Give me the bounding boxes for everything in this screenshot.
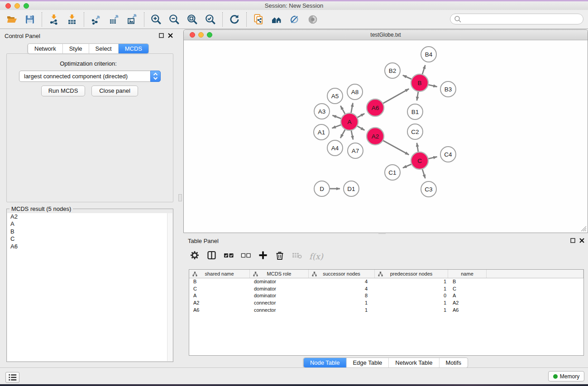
mcds-result-item[interactable]: A2 [7,213,172,220]
zoom-selected-button[interactable] [201,11,220,28]
export-table-button[interactable] [105,11,123,28]
cell-2[interactable]: 1 [309,300,375,307]
cell-4[interactable]: A2 [448,300,487,307]
zoom-fit-button[interactable] [183,11,201,28]
tab-motifs[interactable]: Motifs [439,358,468,367]
cell-3[interactable]: 1 [375,300,448,307]
task-history-button[interactable] [5,372,19,383]
close-panel-icon[interactable] [168,33,173,38]
cell-1[interactable]: dominator [250,292,309,300]
tab-mcds[interactable]: MCDS [119,44,148,53]
close-panel-button[interactable]: Close panel [91,86,138,96]
edge-B-B1[interactable] [417,91,418,101]
export-network-button[interactable] [87,11,105,28]
tab-edge-table[interactable]: Edge Table [346,358,389,367]
optimization-criterion-dropdown[interactable]: largest connected component (directed) [19,71,161,82]
show-graphics-details-button[interactable] [286,11,304,28]
tab-network-table[interactable]: Network Table [389,358,439,367]
save-session-button[interactable] [21,11,39,28]
tab-node-table[interactable]: Node Table [304,358,347,367]
cell-2[interactable]: 4 [309,286,375,293]
cell-0[interactable]: A2 [189,300,250,307]
cell-0[interactable]: A [189,292,250,300]
edge-A-A7[interactable] [351,130,353,140]
edge-B-B4[interactable] [422,65,425,75]
export-image-button[interactable] [123,11,141,28]
edge-C-C4[interactable] [428,157,437,159]
cell-3[interactable]: 0 [375,292,448,300]
function-builder-button[interactable]: f(x) [309,252,323,261]
add-row-button[interactable] [258,250,268,262]
table-row[interactable]: A6connector11A6 [189,307,583,314]
edge-C-C1[interactable] [403,164,412,168]
cell-3[interactable]: 1 [375,307,448,314]
cell-2[interactable]: 8 [309,292,375,300]
open-file-button[interactable] [3,11,21,28]
table-row[interactable]: Cdominator41C [189,286,583,293]
network-graph[interactable]: AA1A2A3A4A5A6A7A8BB1B2B3B4CC1C2C3C4DD1 [184,40,588,233]
splitter-handle-vertical[interactable] [178,194,182,201]
resize-grip-icon[interactable] [581,226,587,232]
edge-A-A2[interactable] [357,126,365,130]
cell-0[interactable]: B [189,278,250,286]
cell-4[interactable]: C [448,286,487,293]
search-input[interactable] [462,14,583,24]
edge-A-A4[interactable] [340,129,345,138]
edge-C-C2[interactable] [417,143,418,153]
select-all-button[interactable] [224,250,234,262]
column-header-name[interactable]: name [448,270,487,278]
edge-C-C3[interactable] [422,168,425,178]
column-header-predecessor-nodes[interactable]: predecessor nodes [375,270,448,278]
table-row[interactable]: A2connector11A2 [189,300,583,307]
network-canvas[interactable]: AA1A2A3A4A5A6A7A8BB1B2B3B4CC1C2C3C4DD1 [184,40,588,233]
zoom-in-button[interactable] [147,11,165,28]
tab-select[interactable]: Select [89,44,119,53]
import-network-button[interactable] [45,11,63,28]
table-row[interactable]: Adominator80A [189,292,583,300]
settings-gear-button[interactable] [190,250,200,262]
edge-B-B3[interactable] [428,85,437,87]
column-header-mcds-role[interactable]: MCDS role [250,270,309,278]
run-mcds-button[interactable]: Run MCDS [41,86,85,96]
cell-4[interactable]: A6 [448,307,487,314]
dropdown-stepper[interactable] [150,71,161,82]
tab-network[interactable]: Network [28,44,63,53]
cell-4[interactable]: A [448,292,487,300]
delete-row-button[interactable] [275,250,285,262]
edge-A-A8[interactable] [351,103,353,114]
float-panel-icon[interactable] [570,238,575,243]
cell-1[interactable]: dominator [250,286,309,293]
edge-A-A1[interactable] [332,124,342,128]
column-header-successor-nodes[interactable]: successor nodes [309,270,375,278]
cell-3[interactable]: 1 [375,286,448,293]
network-window-titlebar[interactable]: testGlobe.txt [184,30,588,40]
node-table[interactable]: shared nameMCDS rolesuccessor nodesprede… [189,269,584,356]
cell-0[interactable]: A6 [189,307,250,314]
zoom-out-button[interactable] [165,11,183,28]
column-header-shared-name[interactable]: shared name [189,270,250,278]
mcds-result-item[interactable]: C [7,235,172,243]
mcds-result-item[interactable]: A6 [7,243,172,250]
cell-3[interactable]: 1 [375,278,448,286]
edge-A2-C[interactable] [382,140,409,155]
refresh-button[interactable] [225,11,244,28]
tab-style[interactable]: Style [63,44,89,53]
cell-0[interactable]: C [189,286,250,293]
result-scrollbar[interactable] [167,213,172,361]
close-panel-icon[interactable] [579,238,584,243]
eye-button[interactable] [304,11,322,28]
delete-table-button[interactable] [292,251,302,262]
float-panel-icon[interactable] [159,33,164,38]
edge-A-A6[interactable] [357,114,364,118]
import-table-button[interactable] [63,11,81,28]
cell-1[interactable]: connector [250,307,309,314]
edge-A-A3[interactable] [332,115,342,119]
table-row[interactable]: Bdominator41B [189,278,583,286]
edge-A6-B[interactable] [382,89,409,104]
deselect-all-button[interactable] [241,250,251,262]
first-neighbors-button[interactable] [268,11,286,28]
memory-button[interactable]: Memory [548,371,584,381]
mcds-result-item[interactable]: B [7,228,172,235]
edge-A-A5[interactable] [340,106,345,115]
mcds-result-item[interactable]: A [7,220,172,228]
